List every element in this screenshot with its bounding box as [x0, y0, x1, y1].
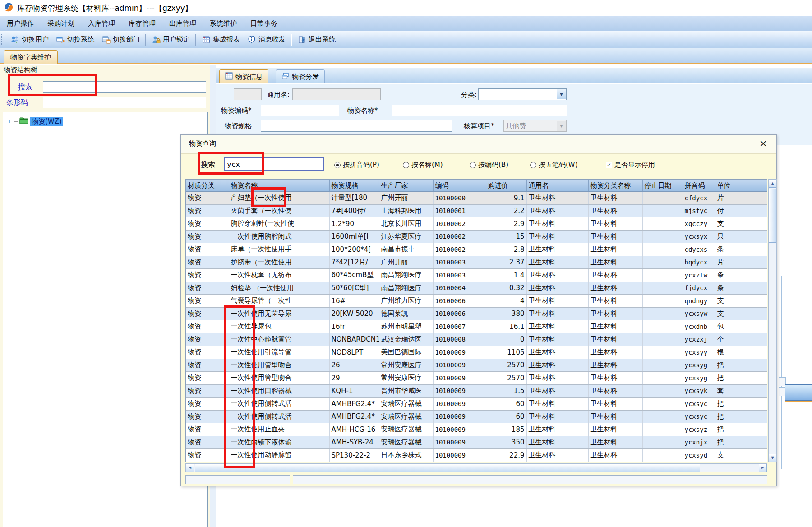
cell: 2.2: [486, 204, 526, 217]
cell: 把: [715, 423, 767, 436]
toolbar-button-switch-user[interactable]: 切换用户: [7, 34, 52, 46]
cell: [642, 307, 683, 320]
cell: [642, 346, 683, 359]
cell: 南昌翔翊医疗: [379, 269, 433, 282]
category-combo[interactable]: ▼: [478, 88, 567, 100]
table-row[interactable]: 物资一次性内镜下液体输AMH-SYB-24安瑞医疗器械10100009350卫生…: [186, 436, 767, 449]
material-code-field[interactable]: [261, 105, 339, 116]
table-row[interactable]: 物资一次性使用管型吻合29常州安康医疗101000092570卫生材料卫生材料y…: [186, 372, 767, 385]
table-row[interactable]: 物资一次性使用止血夹AMH-HCG-16安瑞医疗器械10100009185卫生材…: [186, 423, 767, 436]
cell: 卫生材料: [526, 307, 588, 320]
radio-by-wubi[interactable]: 按五笔码(W): [530, 161, 578, 169]
radio-by-code[interactable]: 按编码(B): [470, 161, 508, 169]
checkbox-show-disabled[interactable]: 是否显示停用: [606, 161, 655, 169]
table-row[interactable]: 物资胸腔穿刺针(一次性使1.2*90北京长川医用101000022.9卫生材料卫…: [186, 217, 767, 231]
cell: 9.1: [486, 192, 526, 205]
toolbar-button-integrated-report[interactable]: 集成报表: [198, 34, 244, 46]
horizontal-scrollbar[interactable]: ◄ ►: [185, 463, 767, 472]
menu-item-user-operations[interactable]: 用户操作: [0, 16, 41, 31]
cell: KQH-1: [329, 384, 379, 398]
column-header-0[interactable]: 材质分类: [186, 180, 229, 192]
material-info-icon: [225, 72, 233, 82]
radio-by-pinyin[interactable]: 按拼音码(P): [334, 161, 379, 169]
toolbar-button-user-lock[interactable]: 用户锁定: [148, 34, 194, 46]
cell: 卫生材料: [588, 333, 642, 346]
material-name-field[interactable]: [392, 105, 567, 116]
menu-item-outbound-management[interactable]: 出库管理: [162, 16, 203, 31]
close-icon[interactable]: ×: [757, 138, 769, 149]
menu-item-purchase-plan[interactable]: 采购计划: [41, 16, 81, 31]
table-row[interactable]: 物资一次性使用动静脉留SP130-22-2日本东乡株式1010000922.9卫…: [186, 449, 767, 462]
table-row[interactable]: 物资一次性中心静脉置管NONBARDCN1武汉金瑞达医101000080卫生材料…: [186, 333, 767, 346]
column-header-2[interactable]: 物资规格: [329, 180, 379, 192]
table-row[interactable]: 物资气囊导尿管（一次性16#广州维力医疗101000064卫生材料卫生材料qnd…: [186, 295, 767, 308]
table-row[interactable]: 物资妇检垫 （一次性使用50*60[C型]南昌翔翊医疗101000040.32卫…: [186, 282, 767, 295]
vertical-scrollbar[interactable]: ▲ ▼: [768, 179, 777, 462]
table-row[interactable]: 物资一次性枕套（无纺布60*45cmB型南昌翔翊医疗101000031.4卫生材…: [186, 269, 767, 282]
cell: 物资: [186, 282, 229, 295]
tree-expand-icon[interactable]: +: [7, 119, 12, 124]
column-header-6[interactable]: 通用名: [526, 180, 588, 192]
tab-material-dictionary[interactable]: 物资字典维护: [4, 50, 58, 64]
scroll-up-icon[interactable]: ▲: [769, 180, 776, 188]
radio-by-name[interactable]: 按名称(M): [403, 161, 443, 169]
menu-item-inbound-management[interactable]: 入库管理: [81, 16, 122, 31]
column-header-8[interactable]: 停止日期: [642, 180, 683, 192]
material-spec-field[interactable]: [261, 120, 452, 132]
menu-item-system-maintenance[interactable]: 系统维护: [203, 16, 244, 31]
tab-material-info[interactable]: 物资信息: [219, 69, 268, 83]
cell: ycxsyg: [683, 359, 715, 372]
menu-bar: 用户操作 采购计划 入库管理 库存管理 出库管理 系统维护 日常事务: [0, 16, 812, 31]
column-header-9[interactable]: 拼音码: [683, 180, 715, 192]
table-row[interactable]: 物资护脐带（一次性使用7*42[12片/广州开丽101000032.37卫生材料…: [186, 256, 767, 269]
chevron-down-icon[interactable]: ▼: [557, 89, 566, 99]
table-row[interactable]: 物资一次性使用胸腔闭式1600ml单[I江苏华夏医疗1010000215卫生材料…: [186, 230, 767, 243]
barcode-input[interactable]: [43, 97, 206, 108]
cell: 支: [715, 217, 767, 231]
table-row[interactable]: 物资一次性使用口腔器械KQH-1晋州市华威医101000091.5卫生材料卫生材…: [186, 384, 767, 398]
cell: 付: [715, 204, 767, 217]
menu-item-inventory-management[interactable]: 库存管理: [122, 16, 162, 31]
toolbar-button-exit[interactable]: 退出系统: [294, 34, 339, 46]
cell: ycxztw: [683, 269, 715, 282]
cell: [642, 423, 683, 436]
cell: 卫生材料: [526, 282, 588, 295]
cell: 卫生材料: [588, 359, 642, 372]
menu-item-daily-affairs[interactable]: 日常事务: [244, 16, 284, 31]
horizontal-scroll-thumb[interactable]: [195, 464, 700, 472]
table-row[interactable]: 物资一次性使用无菌导尿20[KW-5020德国莱凯10100006380卫生材料…: [186, 307, 767, 320]
column-header-10[interactable]: 单位: [715, 180, 767, 192]
cell: 物资: [186, 269, 229, 282]
common-name-label: 通用名:: [267, 91, 290, 99]
cell: [642, 269, 683, 282]
table-row[interactable]: 物资一次性使用侧转式活AMHBFG2.4*安瑞医疗器械1010000960卫生材…: [186, 398, 767, 411]
cell: [642, 398, 683, 411]
cell: 卫生材料: [588, 449, 642, 462]
table-row[interactable]: 物资一次性使用引流导管NOD8LPT美国巴德国际101000091105卫生材料…: [186, 346, 767, 359]
cell: 卫生材料: [526, 243, 588, 256]
tab-material-distribution[interactable]: 物资分发: [276, 69, 325, 83]
table-row[interactable]: 物资床单（一次性使用手100*200*4[南昌市振丰101000022.8卫生材…: [186, 243, 767, 256]
column-header-5[interactable]: 购进价: [486, 180, 526, 192]
tree-node-label[interactable]: 物资(WZ): [30, 117, 63, 126]
table-row[interactable]: 物资一次性使用侧转式活AMHBFG2.4*安瑞医疗器械1010000960卫生材…: [186, 410, 767, 423]
cell: 1.5: [486, 384, 526, 398]
scroll-left-icon[interactable]: ◄: [186, 464, 194, 472]
vertical-scroll-thumb[interactable]: [769, 189, 776, 243]
scroll-right-icon[interactable]: ►: [759, 464, 767, 472]
toolbar-button-switch-department[interactable]: 切换部门: [98, 34, 143, 46]
table-row[interactable]: 物资一次性导尿包16fr苏州市明星塑1010000716.1卫生材料卫生材料yc…: [186, 320, 767, 333]
table-row[interactable]: 物资一次性使用管型吻合26常州安康医疗101000092570卫生材料卫生材料y…: [186, 359, 767, 372]
cell: ycxnjx: [683, 436, 715, 449]
column-header-7[interactable]: 物资分类名称: [588, 180, 642, 192]
cell: 把: [715, 436, 767, 449]
toolbar-separator: [291, 34, 292, 46]
column-header-4[interactable]: 编码: [433, 180, 486, 192]
column-header-3[interactable]: 生产厂家: [379, 180, 433, 192]
cell: 物资: [186, 320, 229, 333]
scroll-down-icon[interactable]: ▼: [769, 454, 776, 462]
toolbar-button-message[interactable]: 消息收发: [244, 34, 289, 46]
material-spec-label: 物资规格: [225, 122, 252, 130]
tree-node-material-root[interactable]: + 物资(WZ): [7, 117, 63, 126]
toolbar-button-switch-system[interactable]: 切换系统: [52, 34, 98, 46]
